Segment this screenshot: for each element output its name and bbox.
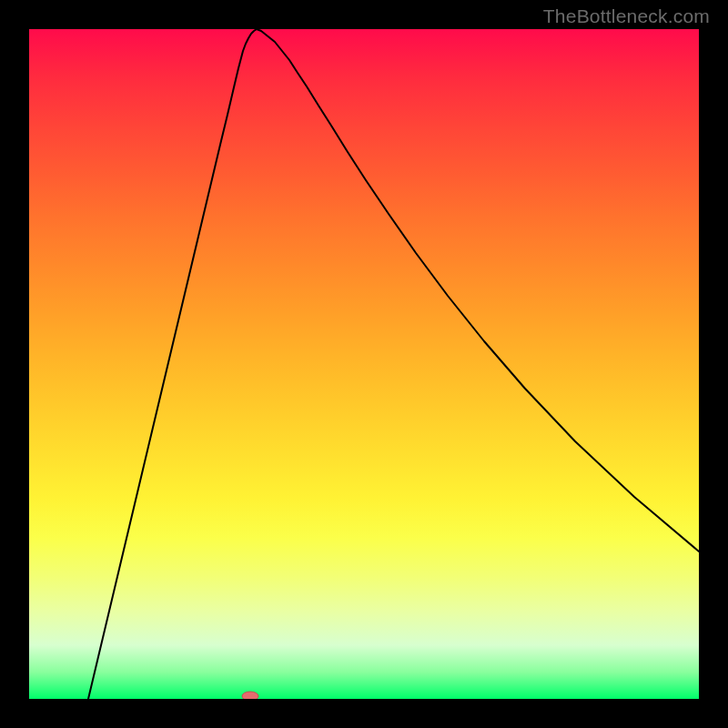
- minimum-marker: [242, 692, 258, 699]
- plot-svg: [29, 29, 699, 699]
- watermark-text: TheBottleneck.com: [543, 5, 710, 27]
- plot-gradient-area: [29, 29, 699, 699]
- chart-frame: TheBottleneck.com: [0, 0, 728, 728]
- bottleneck-curve: [88, 29, 699, 699]
